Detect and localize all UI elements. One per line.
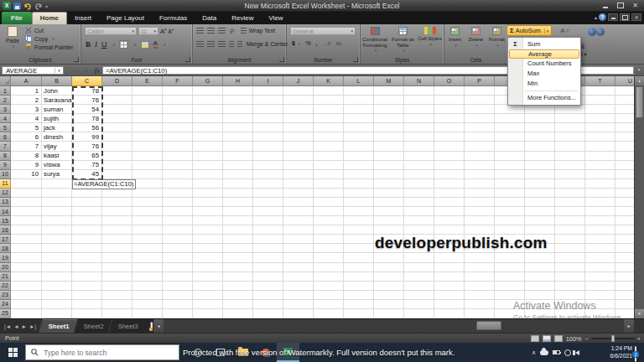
align-middle-icon[interactable] [207, 28, 215, 34]
cell-m13[interactable] [374, 198, 404, 207]
cell-k13[interactable] [314, 198, 344, 207]
row-header-17[interactable]: 17 [0, 235, 11, 244]
cell-i22[interactable] [253, 282, 283, 291]
cell-r11[interactable] [525, 179, 555, 189]
tray-expand-icon[interactable]: ∧ [532, 349, 536, 356]
cell-n10[interactable] [404, 170, 434, 179]
cell-i9[interactable] [253, 161, 283, 170]
cell-c6[interactable]: 99 [72, 132, 102, 142]
grow-font-button[interactable]: A▴ [160, 27, 166, 35]
cell-e8[interactable] [132, 152, 163, 161]
cell-b4[interactable]: sujith [42, 114, 72, 123]
cell-o21[interactable] [434, 272, 465, 282]
cell-g7[interactable] [193, 142, 223, 151]
cell-a18[interactable] [11, 244, 42, 253]
last-sheet-icon[interactable]: ►| [29, 323, 36, 329]
cell-o7[interactable] [434, 142, 465, 151]
cell-s17[interactable] [555, 235, 585, 244]
menu-item-count-numbers[interactable]: Count Numbers [508, 59, 580, 69]
cell-g20[interactable] [193, 263, 223, 272]
cell-h4[interactable] [223, 114, 253, 123]
cell-t6[interactable] [585, 132, 615, 142]
cell-e22[interactable] [132, 282, 163, 291]
cell-s20[interactable] [555, 263, 585, 272]
cell-k6[interactable] [314, 132, 344, 142]
cell-k11[interactable] [314, 179, 344, 189]
cell-j13[interactable] [283, 198, 314, 207]
copy-button[interactable]: Copy ▾ [25, 35, 73, 42]
help-icon[interactable]: ? [599, 13, 606, 21]
cell-h21[interactable] [223, 272, 253, 282]
cell-k25[interactable] [314, 309, 344, 318]
cell-p19[interactable] [465, 253, 495, 262]
cell-a2[interactable]: 2 [11, 96, 42, 105]
cell-a23[interactable] [11, 291, 42, 300]
cell-o22[interactable] [434, 282, 465, 291]
cell-m5[interactable] [374, 123, 404, 132]
cell-j2[interactable] [283, 96, 314, 105]
column-header-e[interactable]: E [132, 76, 163, 86]
cell-t4[interactable] [585, 114, 615, 123]
column-header-g[interactable]: G [193, 76, 223, 86]
underline-dropdown-icon[interactable]: ▾ [113, 42, 116, 47]
cell-e1[interactable] [132, 86, 163, 96]
cell-d10[interactable] [102, 170, 132, 179]
cell-i21[interactable] [253, 272, 283, 282]
cell-c2[interactable]: 76 [72, 96, 102, 105]
row-header-13[interactable]: 13 [0, 198, 11, 207]
cell-i1[interactable] [253, 86, 283, 96]
cell-h15[interactable] [223, 216, 253, 225]
redo-icon[interactable] [34, 3, 43, 10]
cell-o5[interactable] [434, 123, 465, 132]
cell-j7[interactable] [283, 142, 314, 151]
cell-q9[interactable] [495, 161, 525, 170]
cell-f3[interactable] [163, 105, 193, 114]
cell-l8[interactable] [344, 152, 374, 161]
cell-e20[interactable] [132, 263, 163, 272]
cell-i5[interactable] [253, 123, 283, 132]
cell-p5[interactable] [465, 123, 495, 132]
cell-i15[interactable] [253, 216, 283, 225]
cell-h23[interactable] [223, 291, 253, 300]
cell-o1[interactable] [434, 86, 465, 96]
cell-o3[interactable] [434, 105, 465, 114]
cell-l13[interactable] [344, 198, 374, 207]
cell-c23[interactable] [72, 291, 102, 300]
cell-i2[interactable] [253, 96, 283, 105]
cell-t21[interactable] [585, 272, 615, 282]
cell-c7[interactable]: 76 [72, 142, 102, 151]
align-left-icon[interactable] [196, 41, 204, 47]
cell-b14[interactable] [42, 207, 72, 216]
cell-l18[interactable] [344, 244, 374, 253]
cell-p2[interactable] [465, 96, 495, 105]
cell-o2[interactable] [434, 96, 465, 105]
font-dialog-launcher-icon[interactable] [185, 57, 190, 62]
cell-k1[interactable] [314, 86, 344, 96]
cell-n7[interactable] [404, 142, 434, 151]
cell-e5[interactable] [132, 123, 163, 132]
cell-e19[interactable] [132, 253, 163, 262]
cell-p21[interactable] [465, 272, 495, 282]
cell-k24[interactable] [314, 300, 344, 309]
cell-b22[interactable] [42, 282, 72, 291]
find-select-binoculars-icon[interactable] [587, 26, 607, 39]
cell-t18[interactable] [585, 244, 615, 253]
cell-d23[interactable] [102, 291, 132, 300]
cell-e13[interactable] [132, 198, 163, 207]
cell-n9[interactable] [404, 161, 434, 170]
cell-p20[interactable] [465, 263, 495, 272]
cell-s12[interactable] [555, 189, 585, 198]
cell-r13[interactable] [525, 198, 555, 207]
cell-i19[interactable] [253, 253, 283, 262]
cell-m15[interactable] [374, 216, 404, 225]
cell-s16[interactable] [555, 225, 585, 235]
cell-j19[interactable] [283, 253, 314, 262]
cell-f18[interactable] [163, 244, 193, 253]
start-button[interactable] [0, 343, 25, 362]
cell-j24[interactable] [283, 300, 314, 309]
workbook-restore-button[interactable] [620, 13, 630, 21]
sheet-tab-sheet3[interactable]: Sheet3 [107, 319, 148, 333]
save-icon[interactable] [13, 3, 21, 10]
cell-o6[interactable] [434, 132, 465, 142]
cell-h1[interactable] [223, 86, 253, 96]
